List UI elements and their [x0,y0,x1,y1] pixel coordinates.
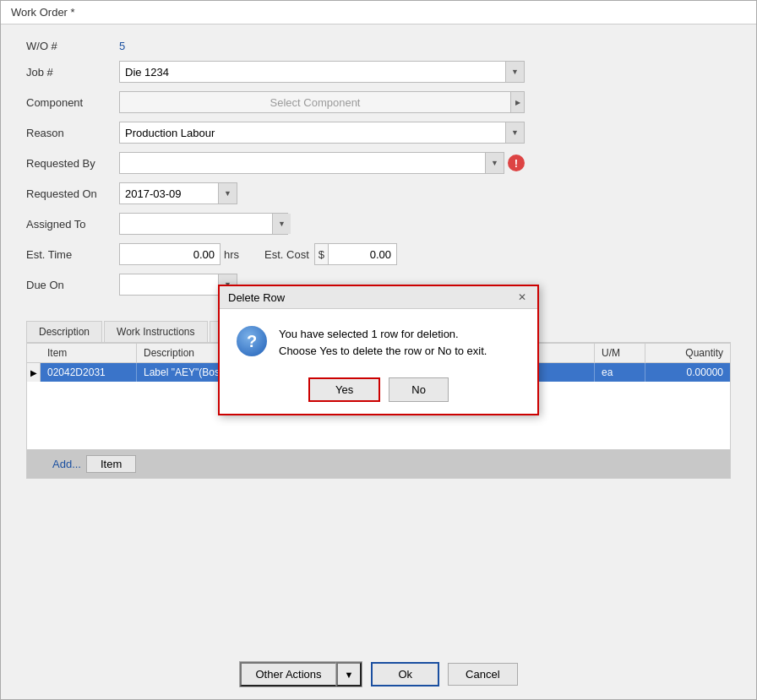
modal-question-icon: ? [237,326,267,356]
modal-body: ? You have selected 1 row for deletion. … [220,309,537,371]
modal-message: You have selected 1 row for deletion. Ch… [279,326,487,359]
modal-yes-button[interactable]: Yes [308,377,380,402]
main-window: Work Order * W/O # 5 Job # Die 1234 Comp… [0,0,757,700]
modal-overlay: Delete Row ✕ ? You have selected 1 row f… [1,1,756,699]
delete-row-modal: Delete Row ✕ ? You have selected 1 row f… [218,285,539,415]
modal-title-bar: Delete Row ✕ [220,286,537,309]
modal-buttons: Yes No [220,371,537,414]
modal-message-line2: Choose Yes to delete the row or No to ex… [279,343,487,360]
modal-title: Delete Row [228,291,285,304]
modal-no-button[interactable]: No [389,377,449,402]
modal-message-line1: You have selected 1 row for deletion. [279,326,487,343]
modal-close-button[interactable]: ✕ [515,290,529,304]
